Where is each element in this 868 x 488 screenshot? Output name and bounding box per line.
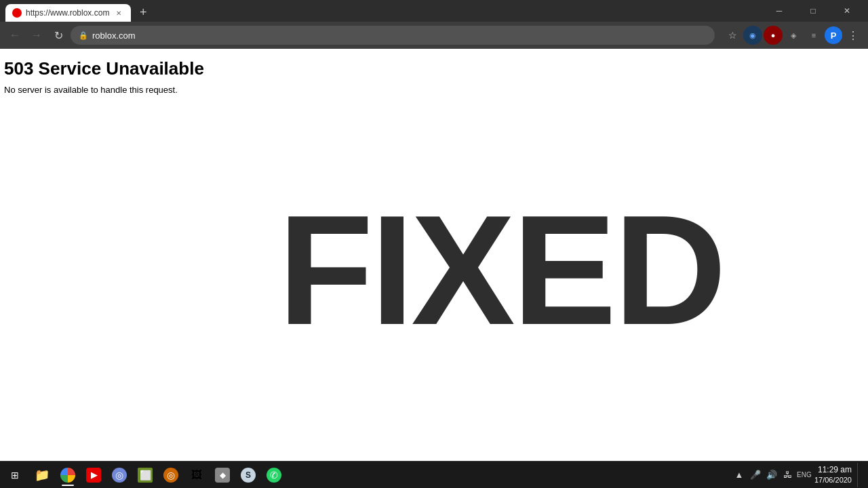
- show-desktop-button[interactable]: [857, 463, 861, 487]
- minecraft-icon: ⬜: [138, 468, 153, 483]
- clock-date: 17/06/2020: [814, 475, 852, 485]
- menu-icon[interactable]: ⋮: [844, 26, 863, 45]
- error-subtitle: No server is available to handle this re…: [0, 83, 868, 96]
- taskbar-app-minecraft[interactable]: ⬜: [133, 463, 157, 487]
- taskbar-apps: 📁 ▶ ◎ ⬜ ◎ 🖼: [27, 463, 732, 487]
- network-icon[interactable]: 🖧: [781, 468, 795, 483]
- url-text: roblox.com: [92, 30, 707, 41]
- photos-icon: 🖼: [189, 468, 204, 483]
- microphone-icon[interactable]: 🎤: [748, 468, 763, 483]
- tab-favicon: [12, 8, 22, 18]
- file-explorer-icon: 📁: [35, 468, 50, 483]
- tab-area: https://www.roblox.com ✕ +: [5, 0, 761, 22]
- taskbar-right: ▲ 🎤 🔊 🖧 ENG 11:29 am 17/06/2020: [732, 463, 865, 487]
- taskbar-app-whatsapp[interactable]: ✆: [262, 463, 286, 487]
- bookmark-icon[interactable]: ☆: [723, 26, 742, 45]
- steam-icon: S: [241, 468, 256, 483]
- refresh-button[interactable]: ↻: [49, 26, 68, 45]
- extension-icon-2[interactable]: ●: [764, 26, 783, 45]
- taskbar-clock[interactable]: 11:29 am 17/06/2020: [814, 465, 852, 485]
- taskbar-app-app6[interactable]: ◎: [159, 463, 183, 487]
- fixed-big-text: FIXED: [278, 192, 724, 348]
- tab-close-button[interactable]: ✕: [113, 7, 124, 18]
- new-tab-button[interactable]: +: [134, 3, 153, 22]
- tab-label: https://www.roblox.com: [26, 8, 109, 18]
- window-controls: ─ □ ✕: [764, 0, 863, 22]
- error-title: 503 Service Unavailable: [0, 49, 868, 83]
- close-button[interactable]: ✕: [831, 0, 863, 22]
- toolbar-icons: ☆ ◉ ● ◈ ≡ P ⋮: [723, 26, 863, 45]
- taskbar: ⊞ 📁 ▶ ◎ ⬜ ◎: [0, 461, 868, 488]
- forward-button[interactable]: →: [27, 26, 46, 45]
- tray-expand-icon[interactable]: ▲: [732, 468, 747, 483]
- extension-icon-3[interactable]: ◈: [784, 26, 803, 45]
- profile-icon[interactable]: P: [825, 26, 842, 44]
- taskbar-app-youtube[interactable]: ▶: [81, 463, 106, 487]
- taskbar-app-app8[interactable]: ◆: [210, 463, 235, 487]
- system-tray: ▲ 🎤 🔊 🖧 ENG: [732, 468, 812, 483]
- taskbar-app-chrome[interactable]: [56, 463, 80, 487]
- start-button[interactable]: ⊞: [3, 463, 27, 487]
- clock-time: 11:29 am: [814, 465, 852, 476]
- chrome-icon: [60, 468, 75, 483]
- lang-icon[interactable]: ENG: [797, 468, 812, 483]
- taskbar-app-steam[interactable]: S: [236, 463, 260, 487]
- discord-icon: ◎: [112, 468, 127, 483]
- lock-icon: 🔒: [79, 31, 88, 40]
- youtube-icon: ▶: [86, 468, 101, 483]
- url-bar[interactable]: 🔒 roblox.com: [71, 26, 715, 45]
- page-content: 503 Service Unavailable No server is ava…: [0, 49, 868, 461]
- maximize-button[interactable]: □: [797, 0, 829, 22]
- whatsapp-icon: ✆: [267, 468, 281, 483]
- address-bar: ← → ↻ 🔒 roblox.com ☆ ◉ ● ◈ ≡ P ⋮: [0, 22, 868, 49]
- taskbar-app-file-explorer[interactable]: 📁: [30, 463, 54, 487]
- extension-icon-1[interactable]: ◉: [743, 26, 762, 45]
- back-button[interactable]: ←: [5, 26, 24, 45]
- taskbar-app-photos[interactable]: 🖼: [184, 463, 209, 487]
- taskbar-app-discord[interactable]: ◎: [107, 463, 132, 487]
- active-tab[interactable]: https://www.roblox.com ✕: [5, 4, 131, 22]
- extension-icon-4[interactable]: ≡: [804, 26, 823, 45]
- title-bar: https://www.roblox.com ✕ + ─ □ ✕: [0, 0, 868, 22]
- app8-icon: ◆: [215, 468, 230, 483]
- volume-icon[interactable]: 🔊: [764, 468, 779, 483]
- minimize-button[interactable]: ─: [764, 0, 795, 22]
- app6-icon: ◎: [163, 468, 178, 483]
